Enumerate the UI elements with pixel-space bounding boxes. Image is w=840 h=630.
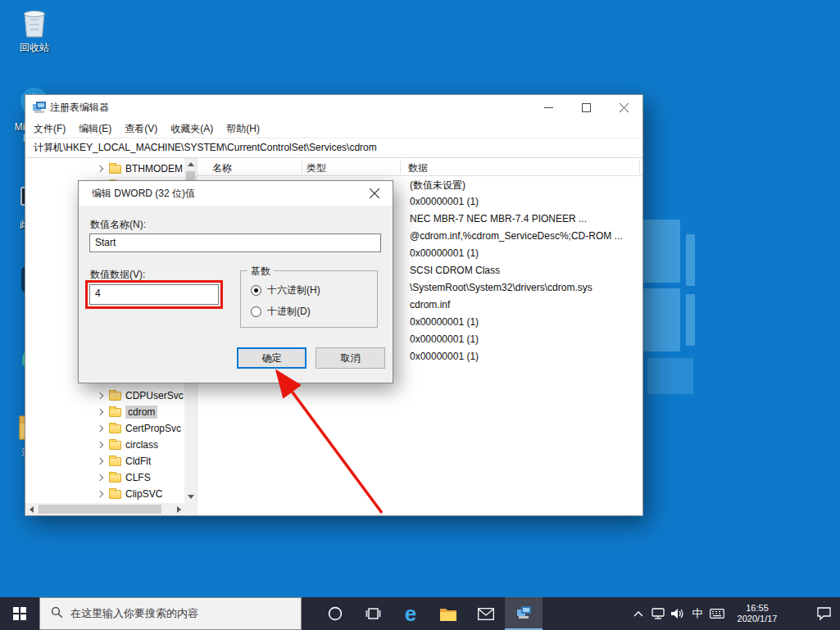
search-icon — [51, 606, 63, 622]
start-button[interactable] — [0, 597, 39, 630]
touch-keyboard-icon[interactable] — [707, 597, 727, 630]
tray-expand-chevron-icon[interactable] — [629, 597, 648, 630]
tree-item-bthmodem[interactable]: BTHMODEM — [25, 161, 185, 177]
value-data-field[interactable]: 4 — [89, 284, 219, 305]
value-data: @cdrom.inf,%cdrom_ServiceDesc%;CD-ROM ..… — [410, 230, 623, 242]
folder-icon — [109, 392, 121, 401]
window-title: 注册表编辑器 — [50, 101, 529, 115]
scroll-down-icon[interactable] — [188, 495, 194, 499]
menu-file[interactable]: 文件(F) — [27, 120, 72, 138]
regedit-taskbar-button[interactable] — [505, 597, 543, 630]
tree-item-label: BTHMODEM — [125, 163, 183, 174]
tree-item-label: CldFlt — [125, 456, 151, 467]
value-data: 0x00000001 (1) — [410, 351, 479, 362]
maximize-button[interactable] — [567, 95, 605, 120]
regedit-titlebar[interactable]: 注册表编辑器 — [25, 95, 642, 120]
tree-item-label: CDPUserSvc — [125, 390, 184, 401]
network-icon[interactable] — [648, 597, 668, 630]
scrollbar-thumb[interactable] — [39, 505, 161, 514]
menu-help[interactable]: 帮助(H) — [220, 120, 266, 138]
tree-horizontal-scrollbar[interactable] — [25, 503, 198, 515]
tree-item-cdrom[interactable]: cdrom — [25, 404, 185, 420]
wallpaper-logo-tile — [686, 234, 695, 286]
address-text: 计算机\HKEY_LOCAL_MACHINE\SYSTEM\CurrentCon… — [34, 141, 377, 155]
scroll-right-icon[interactable] — [177, 506, 181, 513]
tree-item-label: ClipSVC — [125, 488, 162, 500]
column-header-name[interactable]: 名称 — [212, 161, 232, 175]
column-divider[interactable] — [400, 160, 401, 174]
column-header-type[interactable]: 类型 — [306, 161, 326, 175]
menu-view[interactable]: 查看(V) — [118, 120, 164, 138]
tree-item-label: circlass — [125, 439, 158, 451]
tree-item-certpropsvc[interactable]: CertPropSvc — [25, 420, 185, 437]
value-data: 0x00000001 (1) — [410, 196, 479, 207]
edit-dword-dialog: 编辑 DWORD (32 位)值 数值名称(N): Start 数值数据(V):… — [78, 180, 393, 383]
radio-decimal[interactable]: 十进制(D) — [251, 305, 311, 319]
chevron-right-icon[interactable] — [97, 442, 103, 448]
action-center-button[interactable] — [807, 597, 840, 630]
column-header-data[interactable]: 数据 — [408, 161, 428, 175]
menu-edit[interactable]: 编辑(E) — [72, 120, 118, 138]
taskbar-search-input[interactable]: 在这里输入你要搜索的内容 — [39, 597, 302, 630]
radio-unselected-icon[interactable] — [251, 306, 261, 317]
chevron-right-icon[interactable] — [97, 165, 103, 172]
folder-icon — [109, 457, 121, 466]
taskbar-clock[interactable]: 16:55 2020/1/17 — [730, 603, 784, 624]
chevron-right-icon[interactable] — [97, 491, 103, 497]
task-view-button[interactable] — [354, 597, 392, 630]
tree-item-clfs[interactable]: CLFS — [25, 469, 185, 486]
chevron-right-icon[interactable] — [97, 425, 103, 432]
value-name-field[interactable]: Start — [89, 233, 381, 252]
radio-selected-icon[interactable] — [251, 285, 261, 296]
tree-item-cdpusersvc[interactable]: CDPUserSvc — [25, 388, 185, 404]
action-center-icon — [817, 607, 831, 620]
radio-hexadecimal[interactable]: 十六进制(H) — [251, 283, 320, 297]
menu-favorites[interactable]: 收藏夹(A) — [164, 120, 220, 138]
value-data: 0x00000001 (1) — [410, 247, 479, 259]
folder-icon — [109, 441, 121, 450]
chevron-right-icon[interactable] — [97, 392, 103, 399]
volume-icon[interactable] — [668, 597, 688, 630]
desktop-icon-label: 回收站 — [5, 42, 64, 53]
value-data: cdrom.inf — [410, 299, 450, 310]
tree-item-circlass[interactable]: circlass — [25, 437, 185, 453]
column-divider[interactable] — [302, 160, 302, 174]
value-data: (数值未设置) — [410, 179, 465, 193]
wallpaper-logo-tile — [638, 220, 680, 283]
desktop: 回收站 Microsoft Edge 此电脑 秒 修复 测试1 — [0, 0, 840, 630]
close-button[interactable] — [605, 95, 642, 120]
value-data: 0x00000001 (1) — [410, 316, 479, 328]
minimize-button[interactable] — [529, 95, 567, 120]
tree-item-clipsvc[interactable]: ClipSVC — [25, 486, 185, 502]
edge-icon: e — [405, 603, 416, 624]
value-data: SCSI CDROM Class — [410, 265, 500, 276]
cortana-button[interactable] — [316, 597, 354, 630]
tree-item-cldflt[interactable]: CldFlt — [25, 453, 185, 469]
chevron-right-icon[interactable] — [97, 458, 103, 465]
file-explorer-button[interactable] — [429, 597, 467, 630]
clock-date: 2020/1/17 — [738, 614, 778, 623]
ok-button[interactable]: 确定 — [237, 347, 306, 369]
ime-language-indicator[interactable]: 中 — [688, 597, 707, 630]
edge-taskbar-button[interactable]: e — [392, 597, 429, 630]
address-bar[interactable]: 计算机\HKEY_LOCAL_MACHINE\SYSTEM\CurrentCon… — [25, 138, 642, 158]
desktop-icon-recycle-bin[interactable]: 回收站 — [5, 5, 64, 53]
mail-button[interactable] — [467, 597, 505, 630]
scroll-up-icon[interactable] — [188, 162, 194, 166]
scroll-left-icon[interactable] — [30, 506, 34, 513]
value-name-label: 数值名称(N): — [90, 218, 146, 232]
tree-item-label-selected: cdrom — [125, 406, 157, 419]
dialog-close-button[interactable] — [356, 181, 393, 206]
base-groupbox: 基数 十六进制(H) 十进制(D) — [240, 270, 378, 328]
dialog-titlebar[interactable]: 编辑 DWORD (32 位)值 — [79, 181, 393, 206]
folder-icon — [109, 490, 121, 499]
column-divider[interactable] — [639, 160, 640, 174]
chevron-right-icon[interactable] — [97, 474, 103, 481]
folder-icon — [109, 474, 121, 483]
folder-icon — [109, 424, 121, 433]
chevron-right-icon[interactable] — [97, 409, 103, 415]
cancel-button[interactable]: 取消 — [316, 347, 385, 369]
value-data: \SystemRoot\System32\drivers\cdrom.sys — [410, 282, 593, 293]
recycle-bin-icon — [20, 5, 48, 39]
wallpaper-logo-tile — [647, 358, 693, 394]
